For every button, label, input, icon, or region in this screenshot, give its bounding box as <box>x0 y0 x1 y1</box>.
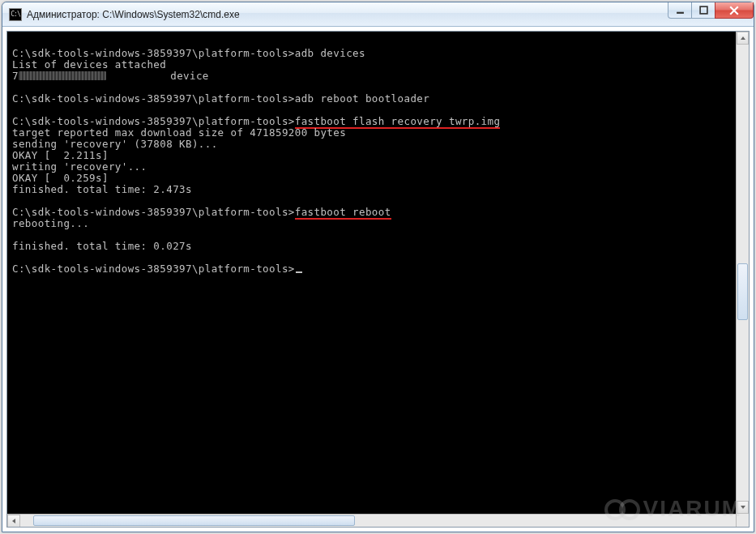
vertical-scrollbar[interactable] <box>736 32 749 514</box>
cmd-adb-reboot: adb reboot bootloader <box>295 92 429 105</box>
terminal-output[interactable]: C:\sdk-tools-windows-3859397\platform-to… <box>7 32 736 514</box>
svg-rect-0 <box>677 12 684 14</box>
out-writing: writing 'recovery'... <box>12 160 147 173</box>
scroll-down-button[interactable] <box>737 501 749 514</box>
client-area: C:\sdk-tools-windows-3859397\platform-to… <box>6 31 750 528</box>
svg-rect-1 <box>700 6 707 14</box>
cmd-fastboot-reboot: fastboot reboot <box>295 206 391 220</box>
hscroll-track[interactable] <box>20 515 736 527</box>
cmd-adb-devices: adb devices <box>295 47 365 59</box>
maximize-button[interactable] <box>691 2 715 19</box>
cursor <box>296 271 302 273</box>
vscroll-thumb[interactable] <box>737 263 748 320</box>
horizontal-scrollbar[interactable] <box>7 514 749 527</box>
out-finished2: finished. total time: 0.027s <box>12 240 192 252</box>
scroll-up-button[interactable] <box>737 32 749 45</box>
out-okay1: OKAY [ 2.211s] <box>12 149 109 161</box>
blank-line <box>12 36 19 48</box>
prompt: C:\sdk-tools-windows-3859397\platform-to… <box>12 206 295 218</box>
titlebar[interactable]: C:\ Администратор: C:\Windows\System32\c… <box>2 2 754 27</box>
hscroll-thumb[interactable] <box>33 515 355 526</box>
cmd-icon: C:\ <box>9 8 22 21</box>
device-state: device <box>170 70 209 82</box>
prompt: C:\sdk-tools-windows-3859397\platform-to… <box>12 92 295 105</box>
out-okay2: OKAY [ 0.259s] <box>12 172 109 184</box>
redacted-serial <box>19 71 106 80</box>
list-header: List of devices attached <box>12 58 166 70</box>
cmd-window: C:\ Администратор: C:\Windows\System32\c… <box>2 2 754 532</box>
out-sending: sending 'recovery' (37808 KB)... <box>12 138 218 150</box>
out-target: target reported max download size of 471… <box>12 126 346 139</box>
window-controls <box>668 2 754 20</box>
minimize-button[interactable] <box>668 2 692 19</box>
out-rebooting: rebooting... <box>12 217 89 229</box>
prompt: C:\sdk-tools-windows-3859397\platform-to… <box>12 115 295 127</box>
scroll-left-button[interactable] <box>7 515 20 527</box>
window-title: Администратор: C:\Windows\System32\cmd.e… <box>27 9 754 20</box>
scrollbar-corner <box>736 514 749 527</box>
out-finished1: finished. total time: 2.473s <box>12 183 192 195</box>
prompt: C:\sdk-tools-windows-3859397\platform-to… <box>12 47 295 59</box>
prompt: C:\sdk-tools-windows-3859397\platform-to… <box>12 263 295 275</box>
device-serial-prefix: 7 <box>12 70 19 82</box>
close-button[interactable] <box>715 2 754 19</box>
vscroll-track[interactable] <box>737 45 749 501</box>
